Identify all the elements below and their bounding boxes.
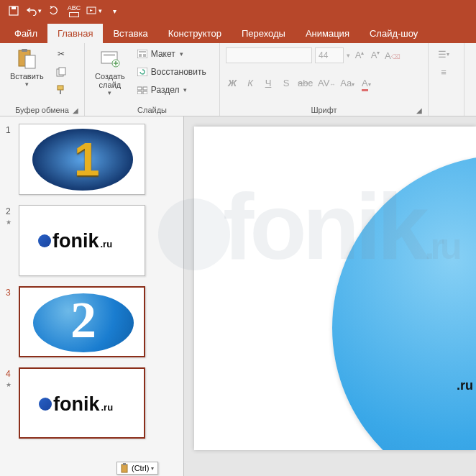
slide-text-ru: .ru (457, 378, 473, 393)
svg-rect-19 (143, 87, 147, 90)
slide-preview: 1 (19, 124, 145, 195)
tab-home[interactable]: Главная (47, 24, 103, 43)
tab-design[interactable]: Конструктор (158, 24, 232, 43)
change-case-button[interactable]: Aa▾ (340, 78, 354, 88)
reset-icon (137, 66, 148, 78)
underline-button[interactable]: Ч (262, 78, 275, 88)
tab-animations[interactable]: Анимация (296, 24, 360, 43)
undo-icon[interactable]: ▾ (24, 1, 43, 20)
slide-number: 3 (6, 286, 19, 357)
svg-rect-20 (137, 91, 142, 94)
align-left-button[interactable]: ≡ (434, 64, 453, 80)
slide-preview: fonik .ru (19, 205, 145, 276)
cut-button[interactable]: ✂ (52, 46, 70, 62)
slide-shape-circle (332, 155, 476, 450)
ribbon-tabs: Файл Главная Вставка Конструктор Переход… (0, 22, 476, 43)
paste-button[interactable]: Вставить ▾ (6, 46, 48, 104)
slide-thumbnail[interactable]: 1 1 (6, 124, 178, 195)
format-painter-button[interactable] (52, 82, 70, 98)
font-name-combo[interactable] (226, 47, 312, 63)
svg-rect-21 (143, 91, 147, 94)
clipboard-launcher-icon[interactable]: ◢ (73, 106, 78, 114)
svg-rect-1 (12, 6, 16, 9)
tab-slideshow[interactable]: Слайд-шоу (360, 24, 428, 43)
font-size-combo[interactable] (315, 47, 344, 63)
clear-format-icon[interactable]: A⌫ (385, 50, 401, 61)
clipboard-icon (121, 463, 129, 473)
cut-icon: ✂ (55, 48, 67, 60)
qat-customize-icon[interactable]: ▾ (105, 1, 124, 20)
paste-label: Вставить (10, 72, 44, 81)
svg-rect-8 (58, 86, 63, 90)
new-slide-label: Создать слайд (95, 72, 125, 89)
svg-rect-17 (137, 68, 147, 76)
char-spacing-button[interactable]: AV↔ (318, 78, 335, 88)
format-painter-icon (55, 84, 67, 96)
svg-rect-7 (59, 68, 65, 75)
group-clipboard: Вставить ▾ ✂ Буфер обмена ◢ (0, 43, 85, 116)
transition-star-icon: ★ (6, 219, 12, 226)
svg-rect-14 (139, 51, 146, 52)
slide-thumbnail[interactable]: 4★ fonik .ru (6, 367, 178, 439)
svg-rect-18 (137, 87, 142, 90)
slide-thumbnail[interactable]: 2★ fonik .ru (6, 205, 178, 276)
new-slide-button[interactable]: Создать слайд ▾ (91, 46, 129, 104)
redo-icon[interactable] (45, 1, 63, 20)
section-button[interactable]: Раздел▾ (134, 82, 209, 98)
increase-font-icon[interactable]: A▴ (353, 50, 366, 60)
tab-transitions[interactable]: Переходы (232, 24, 296, 43)
slide-preview: fonik .ru (19, 367, 145, 439)
svg-rect-9 (60, 90, 61, 94)
transition-star-icon: ★ (6, 381, 12, 388)
slide-canvas[interactable]: .ru (184, 116, 476, 476)
svg-rect-15 (139, 54, 142, 57)
slide-number: 2★ (6, 205, 19, 276)
group-font-label: Шрифт ◢ (226, 104, 422, 114)
section-icon (137, 84, 148, 96)
new-slide-icon (99, 47, 122, 70)
fonik-logo-icon (38, 234, 51, 247)
shadow-button[interactable]: S (280, 78, 293, 88)
bullets-button[interactable]: ☰▾ (434, 46, 453, 62)
copy-icon (55, 66, 67, 78)
font-color-button[interactable]: A▾ (360, 78, 372, 88)
group-font: ▾ A▴ A▾ A⌫ Ж К Ч S abc AV↔ Aa▾ A▾ Шрифт … (220, 43, 429, 116)
slide-number: 1 (6, 124, 19, 195)
slide-thumbnail[interactable]: 3 2 (6, 286, 178, 357)
svg-rect-23 (123, 463, 126, 465)
slide-thumbnails-panel: 1 1 2★ fonik .ru 3 2 4★ (0, 116, 184, 476)
layout-icon (137, 48, 148, 60)
strike-button[interactable]: abc (298, 78, 313, 88)
slide-preview: 2 (19, 286, 145, 357)
layout-button[interactable]: Макет▾ (134, 46, 209, 62)
title-bar: ▾ ABC ▾ ▾ (0, 0, 476, 22)
touch-mode-icon[interactable]: ABC (65, 1, 83, 20)
fonik-logo-icon (39, 398, 52, 411)
tab-file[interactable]: Файл (4, 24, 47, 43)
group-paragraph: ☰▾ ≡ (429, 43, 464, 116)
group-clipboard-label: Буфер обмена ◢ (6, 104, 78, 114)
reset-button[interactable]: Восстановить (134, 64, 209, 80)
svg-rect-16 (143, 54, 146, 57)
main-area: 1 1 2★ fonik .ru 3 2 4★ (0, 116, 476, 476)
copy-button[interactable] (52, 64, 70, 80)
svg-rect-11 (104, 54, 115, 56)
paste-icon (15, 47, 38, 70)
svg-rect-5 (25, 55, 35, 68)
paste-options-popup[interactable]: (Ctrl) ▾ (116, 462, 158, 475)
font-launcher-icon[interactable]: ◢ (416, 106, 422, 114)
svg-rect-4 (22, 49, 27, 52)
slide-number: 4★ (6, 367, 19, 439)
group-slides: Создать слайд ▾ Макет▾ Восстановить Разд… (85, 43, 220, 116)
decrease-font-icon[interactable]: A▾ (369, 50, 382, 60)
start-slideshow-icon[interactable]: ▾ (85, 1, 104, 20)
italic-button[interactable]: К (244, 78, 257, 88)
tab-insert[interactable]: Вставка (103, 24, 157, 43)
bold-button[interactable]: Ж (226, 78, 239, 88)
group-paragraph-label (434, 113, 458, 114)
save-icon[interactable] (4, 1, 23, 20)
ribbon: Вставить ▾ ✂ Буфер обмена ◢ Создать слай… (0, 43, 476, 116)
quick-access-toolbar: ▾ ABC ▾ ▾ (4, 1, 124, 20)
svg-rect-22 (122, 464, 127, 472)
group-slides-label: Слайды (91, 104, 214, 114)
